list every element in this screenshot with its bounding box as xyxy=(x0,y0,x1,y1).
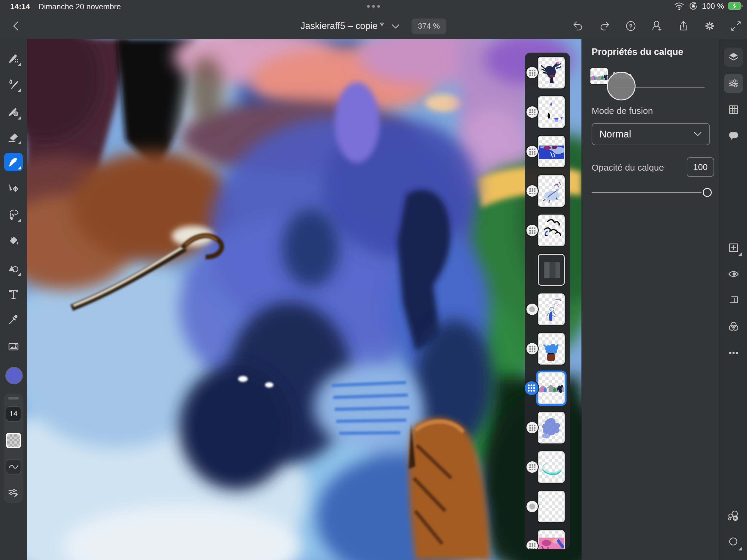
blend-mode-label: Mode de fusion xyxy=(592,106,653,116)
brush-opacity-swatch[interactable] xyxy=(6,433,21,448)
clock: 14:14 xyxy=(10,2,30,11)
layer-badge[interactable] xyxy=(526,225,538,236)
mixer-brush-tool[interactable] xyxy=(4,103,23,121)
layer-badge[interactable] xyxy=(526,304,538,315)
right-panel-rail xyxy=(720,39,747,560)
layer-item[interactable] xyxy=(538,333,565,364)
chevron-down-icon xyxy=(693,131,702,137)
blend-mode-value: Normal xyxy=(599,128,631,140)
layer-badge[interactable] xyxy=(526,67,538,78)
rail-clip-layer[interactable] xyxy=(724,291,743,310)
live-brush-tool[interactable] xyxy=(4,75,23,94)
battery-percent: 100 % xyxy=(702,1,724,11)
photoshop-ipad-app: 14:14 Dimanche 20 novembre 100 % Jaskier… xyxy=(0,0,747,560)
layer-badge[interactable] xyxy=(526,185,538,197)
opacity-label: Opacité du calque xyxy=(592,162,664,173)
layer-item[interactable] xyxy=(538,96,565,128)
pixel-brush-tool[interactable] xyxy=(4,49,23,68)
layer-properties-panel: Propriétés du calque foule Mode de fusio… xyxy=(582,39,720,560)
multitask-dots-icon[interactable] xyxy=(367,5,380,8)
wifi-icon xyxy=(674,1,685,10)
layer-item[interactable] xyxy=(538,530,565,549)
layer-item[interactable] xyxy=(538,491,565,523)
rail-adjustments[interactable] xyxy=(724,317,743,336)
top-toolbar: Jaskieraff5 – copie * 374 % ? xyxy=(0,13,747,39)
layer-badge[interactable] xyxy=(526,343,538,354)
touch-cursor xyxy=(607,72,636,100)
rail-add-layer[interactable] xyxy=(724,238,743,257)
layer-badge[interactable] xyxy=(526,422,538,433)
artwork xyxy=(27,39,582,560)
fill-tool[interactable] xyxy=(4,232,23,250)
layer-item[interactable] xyxy=(538,412,565,443)
redo-icon[interactable] xyxy=(599,20,610,32)
drag-handle[interactable] xyxy=(8,397,19,400)
top-actions: ? xyxy=(572,13,742,39)
eyedropper-tool[interactable] xyxy=(4,310,23,329)
left-tool-rail: 14 xyxy=(0,39,27,560)
canvas[interactable] xyxy=(27,39,582,560)
share-icon[interactable] xyxy=(678,20,689,32)
chevron-down-icon[interactable] xyxy=(391,24,400,30)
opacity-slider[interactable] xyxy=(592,188,712,197)
layer-badge[interactable] xyxy=(526,540,538,549)
color-swatch[interactable] xyxy=(5,367,23,384)
invite-icon[interactable] xyxy=(651,20,663,32)
opacity-value[interactable]: 100 xyxy=(687,157,714,177)
help-icon[interactable]: ? xyxy=(625,20,637,32)
layer-item[interactable] xyxy=(538,254,565,286)
type-tool[interactable] xyxy=(4,284,23,303)
document-title-group[interactable]: Jaskieraff5 – copie * 374 % xyxy=(301,13,446,39)
settings-icon[interactable] xyxy=(704,20,715,32)
rail-properties-panel[interactable] xyxy=(724,74,743,93)
layer-badge[interactable] xyxy=(526,461,538,473)
fullscreen-icon[interactable] xyxy=(730,20,742,32)
battery-icon xyxy=(728,2,743,10)
date: Dimanche 20 novembre xyxy=(38,2,121,11)
undo-icon[interactable] xyxy=(572,20,584,32)
layer-badge[interactable] xyxy=(525,381,538,395)
layer-item[interactable] xyxy=(538,451,565,483)
layer-item[interactable] xyxy=(538,372,565,404)
lasso-tool[interactable] xyxy=(4,205,23,224)
eraser-tool[interactable] xyxy=(4,128,23,146)
rail-grid-panel[interactable] xyxy=(724,100,743,119)
rail-timelapse[interactable] xyxy=(724,507,743,526)
brush-settings-icon[interactable] xyxy=(7,487,20,499)
rail-touch-shortcut[interactable] xyxy=(724,533,743,552)
brush-size-value[interactable]: 14 xyxy=(6,406,21,422)
layer-item[interactable] xyxy=(538,136,565,167)
rotation-lock-icon xyxy=(689,1,698,11)
smudge-tool[interactable] xyxy=(4,153,23,171)
layer-item[interactable] xyxy=(538,214,565,246)
rail-layers-panel[interactable] xyxy=(724,48,743,67)
status-bar: 14:14 Dimanche 20 novembre 100 % xyxy=(0,0,747,13)
layer-badge[interactable] xyxy=(526,146,538,157)
layer-item[interactable] xyxy=(538,57,565,88)
rail-comments[interactable] xyxy=(724,126,743,146)
zoom-level-badge[interactable]: 374 % xyxy=(411,19,446,34)
layer-badge[interactable] xyxy=(526,106,538,118)
slider-knob[interactable] xyxy=(703,188,712,197)
layer-item[interactable] xyxy=(538,175,565,207)
layer-strip xyxy=(525,53,570,549)
blend-mode-select[interactable]: Normal xyxy=(592,123,710,145)
rail-visibility[interactable] xyxy=(724,264,743,284)
layer-item[interactable] xyxy=(538,294,565,325)
layer-badge[interactable] xyxy=(526,501,538,512)
rail-more-options[interactable] xyxy=(724,343,743,362)
slider-track[interactable] xyxy=(592,192,702,193)
shape-tool[interactable] xyxy=(4,259,23,278)
document-title[interactable]: Jaskieraff5 – copie * xyxy=(301,21,384,31)
panel-title: Propriétés du calque xyxy=(592,47,684,57)
layer-thumbnail[interactable] xyxy=(590,68,608,84)
brush-options-panel: 14 xyxy=(4,393,23,503)
smoothing-button[interactable] xyxy=(6,459,21,475)
svg-text:?: ? xyxy=(629,23,633,30)
place-image-tool[interactable] xyxy=(4,337,23,356)
move-tool[interactable] xyxy=(4,180,23,198)
back-button[interactable] xyxy=(9,19,23,33)
